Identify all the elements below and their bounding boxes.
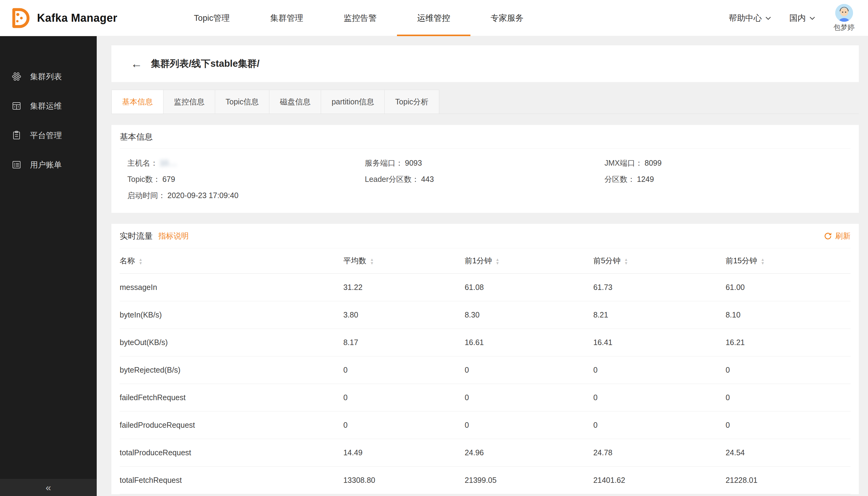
tab-topic-info[interactable]: Topic信息 (215, 90, 269, 113)
breadcrumb-title: 集群列表/线下stable集群/ (151, 57, 259, 70)
tab-topic-analysis[interactable]: Topic分析 (384, 90, 439, 113)
platform-management-icon (12, 130, 21, 140)
region-label: 国内 (789, 13, 806, 24)
sidebar-item-user-billing[interactable]: 用户账单 (0, 150, 97, 180)
basic-info-fields: 主机名： 10.... 服务端口： 9093 JMX端口： 8099 Topic… (120, 149, 851, 213)
tab-disk-info[interactable]: 磁盘信息 (269, 90, 321, 113)
refresh-label: 刷新 (835, 231, 851, 241)
back-arrow-icon[interactable]: ← (131, 58, 142, 69)
realtime-flow-title: 实时流量 (120, 231, 153, 242)
app-root: Kafka Manager Topic管理 集群管理 监控告警 运维管控 专家服… (0, 0, 868, 496)
sidebar-item-cluster-ops[interactable]: 集群运维 (0, 91, 97, 121)
cluster-ops-icon (12, 101, 21, 111)
tab-bar: 基本信息 监控信息 Topic信息 磁盘信息 partition信息 Topic… (111, 90, 859, 114)
sidebar-item-label: 集群列表 (30, 71, 62, 82)
user-billing-icon (12, 160, 21, 170)
sort-desc-icon[interactable]: ▼ (370, 262, 374, 265)
chevron-down-icon (764, 14, 772, 22)
field-hostname: 主机名： 10.... (127, 155, 365, 171)
field-topic-count: Topic数： 679 (127, 171, 365, 187)
tab-basic-info[interactable]: 基本信息 (111, 90, 163, 113)
cluster-list-icon (12, 72, 21, 81)
realtime-flow-header: 实时流量 指标说明 刷新 (120, 224, 851, 248)
sort-control[interactable]: ▲▼ (624, 258, 628, 265)
table-row: failedFetchRequest 0 0 0 0 (120, 384, 851, 411)
realtime-flow-table: 名称▲▼ 平均数▲▼ 前1分钟▲▼ 前5分钟▲▼ (120, 248, 851, 494)
sort-control[interactable]: ▲▼ (761, 258, 764, 265)
field-jmx-port: JMX端口： 8099 (604, 155, 851, 171)
avatar-image (835, 4, 853, 22)
sidebar-collapse-button[interactable]: « (0, 479, 97, 496)
column-header-name[interactable]: 名称▲▼ (120, 248, 343, 274)
hostname-value: 10.... (160, 159, 177, 168)
sort-desc-icon[interactable]: ▼ (761, 262, 764, 265)
field-start-time: 启动时间： 2020-09-23 17:09:40 (127, 187, 365, 204)
table-row: failedProduceRequest 0 0 0 0 (120, 411, 851, 439)
sidebar-item-platform-management[interactable]: 平台管理 (0, 121, 97, 150)
table-row: messageIn 31.22 61.08 61.73 61.00 (120, 274, 851, 301)
main-content: ← 集群列表/线下stable集群/ 基本信息 监控信息 Topic信息 磁盘信… (97, 36, 868, 496)
navbar-right: 帮助中心 国内 包梦婷 (729, 4, 854, 32)
column-header-last-1min[interactable]: 前1分钟▲▼ (464, 248, 593, 274)
table-row: totalProduceRequest 14.49 24.96 24.78 24… (120, 439, 851, 466)
field-service-port: 服务端口： 9093 (365, 155, 604, 171)
nav-cluster-management[interactable]: 集群管理 (270, 0, 303, 36)
help-center-menu[interactable]: 帮助中心 (729, 13, 772, 24)
column-header-average[interactable]: 平均数▲▼ (343, 248, 464, 274)
sidebar-item-label: 平台管理 (30, 130, 62, 141)
sort-control[interactable]: ▲▼ (370, 258, 374, 265)
tab-monitor-info[interactable]: 监控信息 (163, 90, 215, 113)
table-row: byteOut(KB/s) 8.17 16.61 16.41 16.21 (120, 328, 851, 356)
sidebar-item-label: 集群运维 (30, 101, 62, 111)
sort-control[interactable]: ▲▼ (495, 258, 500, 265)
table-row: byteIn(KB/s) 3.80 8.30 8.21 8.10 (120, 301, 851, 328)
field-partition-count: 分区数： 1249 (604, 171, 851, 187)
user-menu[interactable]: 包梦婷 (833, 4, 854, 32)
nav-monitor-alert[interactable]: 监控告警 (344, 0, 377, 36)
page-header: ← 集群列表/线下stable集群/ (111, 45, 859, 82)
avatar[interactable] (835, 4, 853, 22)
basic-info-card: 基本信息 主机名： 10.... 服务端口： 9093 JMX端口： 8099 (111, 125, 859, 213)
sidebar-item-cluster-list[interactable]: 集群列表 (0, 62, 97, 91)
main-nav: Topic管理 集群管理 监控告警 运维管控 专家服务 (194, 0, 564, 36)
table-header-row: 名称▲▼ 平均数▲▼ 前1分钟▲▼ 前5分钟▲▼ (120, 248, 851, 274)
basic-info-card-title: 基本信息 (120, 125, 851, 149)
column-header-last-15min[interactable]: 前15分钟▲▼ (726, 248, 851, 274)
realtime-flow-card: 实时流量 指标说明 刷新 (111, 224, 859, 494)
region-selector[interactable]: 国内 (789, 13, 816, 24)
field-leader-partition-count: Leader分区数： 443 (365, 171, 604, 187)
top-navbar: Kafka Manager Topic管理 集群管理 监控告警 运维管控 专家服… (0, 0, 868, 36)
table-row: byteRejected(B/s) 0 0 0 0 (120, 356, 851, 384)
app-title: Kafka Manager (37, 12, 117, 25)
sidebar: 集群列表 集群运维 平台管理 (0, 36, 97, 496)
sort-desc-icon[interactable]: ▼ (624, 262, 628, 265)
refresh-button[interactable]: 刷新 (824, 231, 851, 241)
username-label: 包梦婷 (833, 23, 854, 32)
tab-partition-info[interactable]: partition信息 (321, 90, 385, 113)
sort-desc-icon[interactable]: ▼ (495, 262, 500, 265)
nav-ops-control[interactable]: 运维管控 (417, 0, 450, 36)
refresh-icon (824, 232, 832, 241)
column-header-last-5min[interactable]: 前5分钟▲▼ (593, 248, 725, 274)
app-logo-icon[interactable] (9, 7, 30, 29)
sidebar-item-label: 用户账单 (30, 159, 62, 170)
collapse-icon: « (46, 482, 51, 493)
sort-desc-icon[interactable]: ▼ (139, 262, 143, 265)
chevron-down-icon (808, 14, 816, 22)
nav-topic-management[interactable]: Topic管理 (194, 0, 230, 36)
sort-control[interactable]: ▲▼ (139, 258, 143, 265)
table-row: totalFetchRequest 13308.80 21399.05 2140… (120, 466, 851, 494)
help-center-label: 帮助中心 (729, 13, 762, 24)
nav-expert-service[interactable]: 专家服务 (491, 0, 524, 36)
metric-description-link[interactable]: 指标说明 (158, 231, 189, 241)
